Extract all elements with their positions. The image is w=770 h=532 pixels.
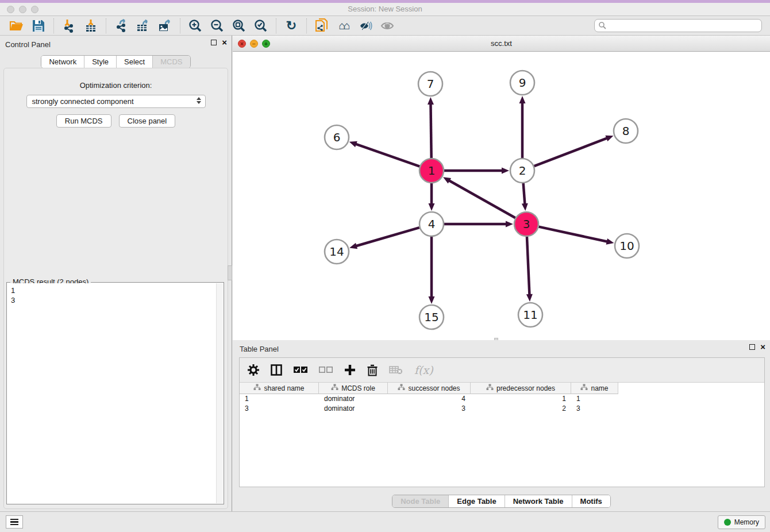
edge-arrowhead bbox=[606, 238, 614, 245]
panel-splitter-handle[interactable] bbox=[228, 265, 232, 280]
column-header-MCDS-role[interactable]: MCDS role bbox=[319, 383, 388, 394]
table-cell[interactable]: 4 bbox=[388, 394, 471, 404]
delete-icon[interactable] bbox=[367, 364, 378, 376]
refresh-icon[interactable]: ↻ bbox=[283, 18, 300, 34]
select-all-icon[interactable] bbox=[294, 366, 307, 374]
toolbar-separator bbox=[106, 18, 106, 33]
hide-details-icon[interactable] bbox=[357, 18, 374, 34]
delete-table-icon[interactable] bbox=[389, 365, 403, 375]
close-panel-button[interactable]: Close panel bbox=[119, 114, 176, 128]
column-header-label: predecessor nodes bbox=[496, 384, 555, 392]
result-scrollbar[interactable] bbox=[216, 283, 223, 503]
node-table-container: f(x) shared nameMCDS rolesuccessor nodes… bbox=[239, 357, 765, 487]
column-header-shared-name[interactable]: shared name bbox=[240, 383, 319, 394]
memory-label: Memory bbox=[734, 518, 759, 526]
open-session-icon[interactable] bbox=[8, 18, 25, 34]
graph-edge-2-8[interactable] bbox=[534, 138, 608, 166]
graph-edge-1-7[interactable] bbox=[430, 103, 431, 158]
network-canvas[interactable]: 7968124314101511 bbox=[233, 52, 770, 340]
memory-button[interactable]: Memory bbox=[718, 515, 765, 529]
graph-edge-3-10[interactable] bbox=[538, 227, 607, 242]
column-header-label: shared name bbox=[264, 384, 304, 392]
tab-motifs[interactable]: Motifs bbox=[572, 495, 610, 507]
zoom-in-icon[interactable] bbox=[187, 18, 204, 34]
column-header-name[interactable]: name bbox=[571, 383, 618, 394]
dropdown-stepper-icon bbox=[197, 97, 201, 104]
tab-style[interactable]: Style bbox=[84, 56, 117, 68]
memory-status-icon bbox=[724, 519, 731, 526]
graph-edge-3-11[interactable] bbox=[527, 237, 530, 295]
export-network-icon[interactable] bbox=[113, 18, 130, 34]
columns-icon[interactable] bbox=[271, 364, 282, 376]
zoom-selected-icon[interactable] bbox=[252, 18, 270, 34]
tab-mcds[interactable]: MCDS bbox=[153, 56, 190, 68]
graph-edge-3-1[interactable] bbox=[449, 180, 515, 218]
graph-edge-2-3[interactable] bbox=[523, 183, 525, 205]
table-cell[interactable]: 3 bbox=[388, 404, 471, 414]
zoom-fit-icon[interactable] bbox=[230, 18, 248, 34]
edge-arrowhead bbox=[349, 243, 357, 249]
float-panel-icon[interactable] bbox=[211, 40, 217, 45]
export-table-icon[interactable] bbox=[134, 18, 152, 34]
attribute-type-icon bbox=[580, 384, 588, 392]
task-history-button[interactable] bbox=[6, 515, 23, 529]
table-row[interactable]: 1dominator411 bbox=[240, 394, 764, 404]
table-cell[interactable]: dominator bbox=[319, 394, 388, 404]
add-icon[interactable] bbox=[344, 364, 356, 376]
table-cell[interactable]: 1 bbox=[571, 394, 618, 404]
dropdown-selected-value: strongly connected component bbox=[32, 97, 134, 106]
float-table-panel-icon[interactable] bbox=[749, 344, 755, 350]
result-line: 1 bbox=[11, 286, 213, 295]
table-cell[interactable]: dominator bbox=[319, 404, 388, 414]
mcds-result-text[interactable]: 13 bbox=[7, 283, 216, 503]
column-header-label: successor nodes bbox=[408, 384, 460, 392]
tab-network[interactable]: Network bbox=[41, 56, 84, 68]
attribute-type-icon bbox=[331, 384, 338, 392]
tab-network-table[interactable]: Network Table bbox=[505, 495, 572, 507]
network-window-titlebar[interactable]: × − + scc.txt bbox=[233, 36, 770, 52]
search-input[interactable] bbox=[594, 19, 762, 32]
import-network-icon[interactable] bbox=[60, 18, 78, 34]
table-cell[interactable]: 1 bbox=[471, 394, 571, 404]
save-session-icon[interactable] bbox=[30, 18, 47, 34]
mcds-result-box: MCDS result (2 nodes) 13 bbox=[6, 282, 224, 504]
tab-node-table[interactable]: Node Table bbox=[392, 495, 449, 507]
show-details-icon[interactable] bbox=[379, 18, 396, 34]
network-from-selection-icon[interactable] bbox=[313, 18, 330, 34]
control-panel: Control Panel × NetworkStyleSelectMCDS O… bbox=[0, 36, 232, 511]
table-cell[interactable]: 3 bbox=[571, 404, 618, 414]
export-image-icon[interactable] bbox=[156, 18, 174, 34]
run-mcds-button[interactable]: Run MCDS bbox=[56, 114, 111, 128]
table-cell[interactable]: 3 bbox=[240, 404, 319, 414]
column-header-successor-nodes[interactable]: successor nodes bbox=[388, 383, 471, 394]
optimization-criterion-dropdown[interactable]: strongly connected component bbox=[26, 95, 206, 108]
graph-edge-4-14[interactable] bbox=[356, 228, 419, 246]
edge-arrowhead bbox=[502, 168, 509, 174]
tab-select[interactable]: Select bbox=[117, 56, 153, 68]
toolbar-search bbox=[594, 19, 762, 32]
table-cell[interactable]: 1 bbox=[240, 394, 319, 404]
attribute-type-icon bbox=[486, 384, 494, 392]
table-row[interactable]: 3dominator323 bbox=[240, 404, 764, 414]
tab-edge-table[interactable]: Edge Table bbox=[449, 495, 505, 507]
gear-icon[interactable] bbox=[248, 364, 259, 376]
main-toolbar: ↻ ⌂⌂ bbox=[0, 16, 770, 36]
close-table-panel-icon[interactable]: × bbox=[760, 344, 765, 350]
status-bar: Memory bbox=[0, 511, 770, 532]
table-panel-title: Table Panel bbox=[240, 345, 279, 353]
zoom-out-icon[interactable] bbox=[209, 18, 226, 34]
toolbar-separator bbox=[276, 18, 276, 33]
import-table-icon[interactable] bbox=[82, 18, 99, 34]
graph-edge-1-6[interactable] bbox=[355, 144, 419, 166]
function-builder-icon[interactable]: f(x) bbox=[414, 364, 433, 376]
table-cell[interactable]: 2 bbox=[471, 404, 571, 414]
deselect-all-icon[interactable] bbox=[319, 366, 333, 374]
node-label: 14 bbox=[329, 245, 344, 259]
list-icon bbox=[10, 519, 18, 526]
first-neighbors-icon[interactable]: ⌂⌂ bbox=[335, 18, 352, 34]
control-panel-tabs: NetworkStyleSelectMCDS bbox=[0, 55, 232, 68]
close-panel-icon[interactable]: × bbox=[222, 40, 227, 45]
edge-arrowhead bbox=[429, 296, 435, 304]
column-header-predecessor-nodes[interactable]: predecessor nodes bbox=[471, 383, 571, 394]
window-title: Session: New Session bbox=[0, 5, 770, 13]
